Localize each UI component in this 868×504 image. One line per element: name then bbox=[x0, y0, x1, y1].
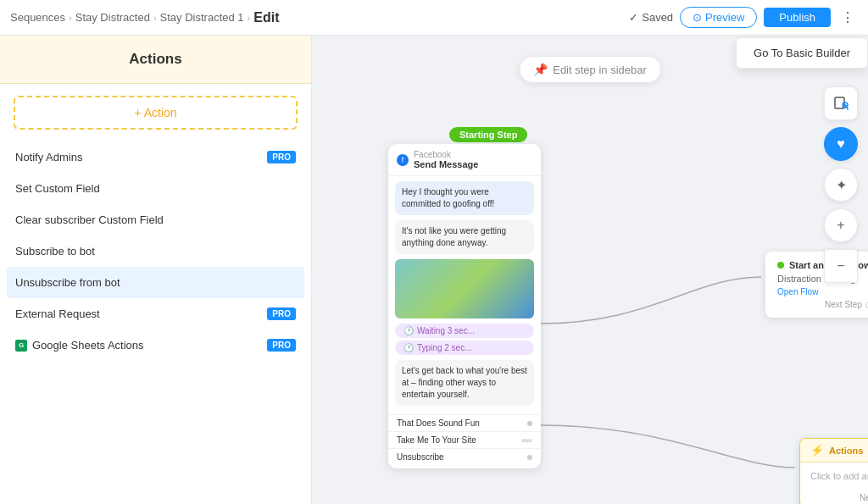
svg-line-3 bbox=[847, 107, 848, 109]
action-label-custom-field: Set Custom Field bbox=[15, 182, 100, 195]
sidebar: Actions + Action Notify Admins PRO Set C… bbox=[0, 36, 312, 504]
action-label-subscribe: Subscribe to bot bbox=[15, 245, 95, 258]
page-title: Edit bbox=[253, 10, 279, 25]
preview-icon: ⊙ bbox=[693, 11, 702, 24]
saved-status: ✓ Saved bbox=[629, 11, 673, 24]
plus-icon: + bbox=[837, 218, 844, 233]
zoom-out-button[interactable]: − bbox=[824, 249, 858, 283]
bubble-3: Let's get back to what you're best at – … bbox=[395, 360, 534, 406]
card-meta: Facebook Send Message bbox=[414, 150, 478, 169]
open-flow-button[interactable]: Open Flow bbox=[777, 287, 868, 296]
add-action-button[interactable]: + Action bbox=[14, 96, 298, 130]
action-item-external[interactable]: External Request PRO bbox=[7, 298, 304, 330]
page-tool-wrap bbox=[824, 86, 858, 120]
edit-hint-text: Edit step in sidebar bbox=[553, 64, 647, 76]
action-item-clear-field[interactable]: Clear subscriber Custom Field bbox=[7, 204, 304, 235]
chevron-icon: › bbox=[69, 13, 72, 23]
canvas: 📌 Edit step in sidebar Starting Step f F… bbox=[312, 36, 868, 504]
option-dot-1 bbox=[527, 421, 532, 426]
flow-dot-icon bbox=[777, 262, 784, 269]
message-card[interactable]: f Facebook Send Message Hey I thought yo… bbox=[388, 144, 541, 468]
waiting-chip: 🕐 Waiting 3 sec... bbox=[395, 324, 534, 338]
pro-badge-notify: PRO bbox=[267, 151, 296, 163]
next-step-text-actions: Next Step bbox=[860, 493, 868, 502]
page-icon bbox=[833, 96, 849, 111]
starting-step-badge: Starting Step bbox=[449, 127, 527, 142]
message-options: That Does Sound Fun Take Me To Your Site… bbox=[388, 411, 541, 468]
actions-node[interactable]: ⚡ Actions Click to add an action Next St… bbox=[799, 438, 868, 504]
message-card-header: f Facebook Send Message bbox=[388, 144, 541, 176]
actions-node-body: Click to add an action bbox=[800, 462, 868, 490]
header-actions: ✓ Saved ⊙ Preview Publish ⋮ bbox=[629, 7, 858, 28]
page-tool-button[interactable] bbox=[824, 86, 858, 120]
action-item-unsubscribe[interactable]: Unsubscribe from bot bbox=[7, 267, 304, 298]
actions-bolt-icon: ⚡ bbox=[810, 444, 824, 457]
option-label-3: Unsubscribe bbox=[397, 452, 444, 462]
edit-hint: 📌 Edit step in sidebar bbox=[519, 56, 661, 83]
google-sheets-icon: G bbox=[15, 340, 27, 352]
facebook-icon: f bbox=[397, 154, 409, 166]
checkmark-icon: ✓ bbox=[629, 11, 638, 24]
clock-icon: 🕐 bbox=[403, 326, 414, 335]
option-chain-2: ∞∞ bbox=[521, 436, 532, 445]
action-item-left-gs: G Google Sheets Actions bbox=[15, 339, 144, 352]
actions-list: Notify Admins PRO Set Custom Field Clear… bbox=[0, 141, 311, 504]
typing-chip: 🕐 Typing 2 sec... bbox=[395, 341, 534, 355]
option-row-2[interactable]: Take Me To Your Site ∞∞ bbox=[388, 431, 541, 448]
action-item-custom-field[interactable]: Set Custom Field bbox=[7, 173, 304, 204]
pin-icon: 📌 bbox=[533, 63, 548, 76]
action-label-unsubscribe: Unsubscribe from bot bbox=[15, 276, 120, 289]
action-label-clear-field: Clear subscriber Custom Field bbox=[15, 213, 164, 226]
action-item-google-sheets[interactable]: G Google Sheets Actions PRO bbox=[7, 330, 304, 361]
option-label-2: Take Me To Your Site bbox=[397, 435, 476, 445]
typing-clock-icon: 🕐 bbox=[403, 343, 414, 352]
breadcrumb-sequences[interactable]: Sequences bbox=[10, 11, 65, 24]
right-toolbar: ♥ ✦ + − bbox=[824, 86, 858, 283]
option-label-1: That Does Sound Fun bbox=[397, 418, 480, 428]
typing-label: Typing 2 sec... bbox=[417, 343, 471, 352]
sparkle-icon: ✦ bbox=[836, 177, 847, 193]
bubble-2: It's not like you were getting anything … bbox=[395, 220, 534, 254]
card-type: Send Message bbox=[414, 159, 478, 169]
actions-node-title: Actions bbox=[829, 446, 863, 456]
breadcrumb-stay-distracted-1[interactable]: Stay Distracted 1 bbox=[160, 11, 244, 24]
waiting-label: Waiting 3 sec... bbox=[417, 326, 475, 335]
main-layout: Actions + Action Notify Admins PRO Set C… bbox=[0, 36, 868, 504]
actions-node-footer: Next Step bbox=[800, 490, 868, 504]
chevron-icon-2: › bbox=[153, 13, 157, 23]
saved-text: Saved bbox=[642, 11, 673, 24]
next-step-text-flow: Next Step bbox=[825, 300, 862, 309]
action-label-google-sheets: Google Sheets Actions bbox=[32, 339, 144, 352]
option-row-3[interactable]: Unsubscribe bbox=[388, 448, 541, 465]
heart-icon: ♥ bbox=[837, 136, 845, 152]
heart-tool-button[interactable]: ♥ bbox=[824, 127, 858, 161]
flow-next-step: Next Step bbox=[777, 300, 868, 309]
option-row-1[interactable]: That Does Sound Fun bbox=[388, 414, 541, 431]
heart-tool-wrap: ♥ bbox=[824, 127, 858, 161]
action-item-subscribe[interactable]: Subscribe to bot bbox=[7, 235, 304, 267]
gif-image bbox=[395, 259, 534, 318]
pro-badge-external: PRO bbox=[267, 307, 296, 320]
basic-builder-tooltip[interactable]: Go To Basic Builder bbox=[736, 37, 868, 69]
zoom-in-button[interactable]: + bbox=[824, 208, 858, 242]
breadcrumb-stay-distracted[interactable]: Stay Distracted bbox=[75, 11, 150, 24]
sparkle-tool-button[interactable]: ✦ bbox=[824, 168, 858, 202]
more-options-button[interactable]: ⋮ bbox=[837, 9, 858, 25]
breadcrumb: Sequences › Stay Distracted › Stay Distr… bbox=[10, 10, 279, 25]
pro-badge-gs: PRO bbox=[267, 339, 296, 352]
action-label-notify: Notify Admins bbox=[15, 151, 82, 163]
action-label-external: External Request bbox=[15, 307, 100, 320]
card-platform: Facebook bbox=[414, 150, 478, 159]
chevron-icon-3: › bbox=[248, 13, 251, 23]
actions-node-header: ⚡ Actions bbox=[800, 439, 868, 462]
header: Sequences › Stay Distracted › Stay Distr… bbox=[0, 0, 868, 36]
bubble-1: Hey I thought you were committed to goof… bbox=[395, 181, 534, 215]
sidebar-title: Actions bbox=[0, 36, 311, 84]
minus-icon: − bbox=[837, 258, 844, 274]
option-dot-3 bbox=[527, 455, 532, 460]
preview-label: Preview bbox=[705, 11, 744, 24]
action-item-notify[interactable]: Notify Admins PRO bbox=[7, 141, 304, 173]
publish-button[interactable]: Publish bbox=[764, 8, 831, 27]
preview-button[interactable]: ⊙ Preview bbox=[680, 7, 757, 28]
